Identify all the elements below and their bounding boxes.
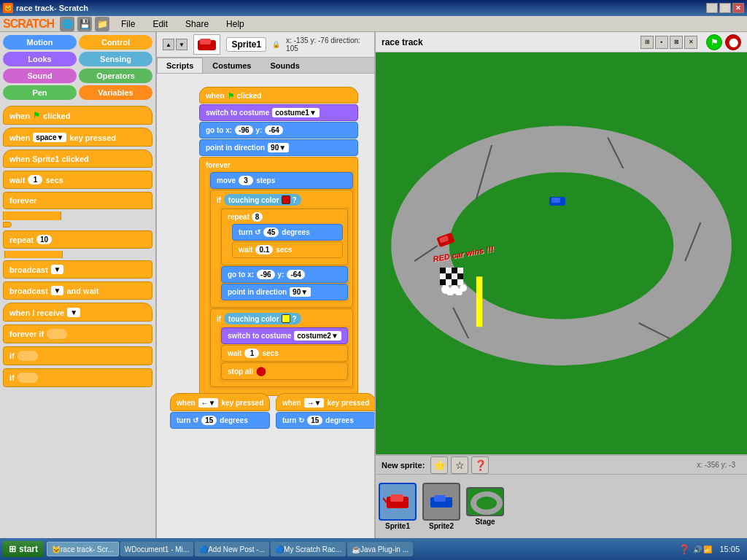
sb-turn-45[interactable]: turn ↺ 45 degrees — [232, 224, 343, 241]
cat-looks-btn[interactable]: Looks — [3, 52, 77, 66]
menu-items[interactable]: File Edit Share Help — [118, 18, 247, 31]
sprite-name-display: Sprite1 — [226, 37, 266, 52]
tab-scripts[interactable]: Scripts — [157, 58, 203, 73]
taskbar-java[interactable]: ☕ Java Plug-in ... — [347, 542, 413, 556]
sb-forever-label: forever — [203, 160, 355, 171]
cat-motion-btn[interactable]: Motion — [3, 35, 77, 50]
menu-icons[interactable]: 🌐 💾 📁 — [60, 17, 109, 31]
sb-go-to-xy1[interactable]: go to x: -96 y: -64 — [199, 122, 358, 139]
sb-turn-right-15[interactable]: turn ↻ 15 degrees — [276, 412, 374, 429]
sb-if2-footer — [214, 382, 349, 386]
stage-view-buttons[interactable]: ⊞ ▪ ⊠ ✕ — [640, 36, 697, 49]
camera-sprite-btn[interactable]: ❓ — [471, 456, 489, 474]
sb-switch-costume2[interactable]: switch to costume costume2▼ — [221, 327, 348, 344]
sprite2-thumb-box[interactable] — [422, 483, 460, 521]
svg-point-4 — [468, 214, 592, 307]
upload-sprite-btn[interactable]: ☆ — [451, 456, 468, 474]
sb-if-color1[interactable]: if touching color ? repeat 8 turn ↺ 45 d… — [210, 190, 353, 308]
cat-variables-btn[interactable]: Variables — [79, 85, 152, 100]
sb-forever-block[interactable]: forever move 3 steps if touching color ? — [199, 157, 358, 396]
block-when-sprite-clicked[interactable]: when Sprite1 clicked — [3, 149, 152, 168]
block-if-1[interactable]: if — [3, 346, 152, 365]
stage-view-normal[interactable]: ⊞ — [640, 36, 654, 49]
block-when-flag-clicked[interactable]: when⚑clicked — [3, 106, 152, 125]
close-button[interactable]: ✕ — [732, 3, 744, 13]
tab-sounds[interactable]: Sounds — [260, 58, 309, 73]
cat-control-btn[interactable]: Control — [79, 35, 152, 50]
sb-stop-all[interactable]: stop all ⬤ — [221, 362, 348, 380]
sb-point-direction1[interactable]: point in direction 90▼ — [199, 139, 358, 156]
menu-file[interactable]: File — [118, 18, 138, 31]
sprite-thumbnails[interactable]: Sprite1 Sprite2 — [376, 475, 747, 538]
sprite-nav-up[interactable]: ▲ — [163, 39, 174, 50]
block-broadcast[interactable]: broadcast▼ — [3, 260, 152, 279]
sb-switch-costume1[interactable]: switch to costume costume1▼ — [199, 104, 358, 121]
sb-turn-left-15[interactable]: turn ↺ 15 degrees — [170, 412, 270, 429]
sb-repeat8[interactable]: repeat 8 turn ↺ 45 degrees wait 0.1 secs — [221, 209, 348, 265]
sb-when-left-key[interactable]: when ←▼ key pressed — [170, 393, 270, 411]
sprite2-thumb-item[interactable]: Sprite2 — [422, 483, 460, 530]
script-tabs[interactable]: Scripts Costumes Sounds — [157, 58, 374, 74]
stage-view-extra[interactable]: ✕ — [684, 36, 697, 49]
stage-view-full[interactable]: ⊠ — [670, 36, 683, 49]
sprite-preview-svg — [194, 36, 220, 52]
taskbar-browser1-icon: 🔵 — [199, 545, 208, 553]
run-flag-button[interactable]: ⚑ — [706, 34, 722, 50]
new-sprite-buttons[interactable]: ⭐ ☆ ❓ — [430, 456, 489, 474]
block-when-receive[interactable]: when I receive▼ — [3, 303, 152, 322]
cat-pen-btn[interactable]: Pen — [3, 85, 77, 100]
sb-when-right-key[interactable]: when →▼ key pressed — [276, 393, 374, 411]
stage-view-small[interactable]: ▪ — [655, 36, 668, 49]
sprite1-thumb-item[interactable]: Sprite1 — [379, 483, 417, 530]
scripts-canvas[interactable]: when ⚑ clicked switch to costume costume… — [157, 74, 374, 538]
block-if-2[interactable]: if — [3, 368, 152, 387]
category-buttons[interactable]: Motion Control Looks Sensing Sound Opera… — [0, 32, 155, 103]
sb-wait-1[interactable]: wait 1 secs — [221, 345, 348, 362]
sprite1-thumb-box[interactable] — [379, 483, 417, 521]
block-when-key-pressed[interactable]: whenspace▼key pressed — [3, 128, 152, 147]
menu-share[interactable]: Share — [182, 18, 212, 31]
stage-controls[interactable]: ⊞ ▪ ⊠ ✕ ⚑ ⬤ — [640, 34, 741, 50]
stage-title: race track — [382, 37, 423, 47]
cat-sound-btn[interactable]: Sound — [3, 69, 77, 83]
maximize-button[interactable]: □ — [719, 3, 731, 13]
block-broadcast-and-wait[interactable]: broadcast▼and wait — [3, 281, 152, 300]
sb-point-direction2[interactable]: point in direction 90▼ — [221, 284, 348, 300]
block-repeat[interactable]: repeat10 — [3, 230, 152, 249]
sb-wait-01[interactable]: wait 0.1 secs — [232, 241, 343, 258]
minimize-button[interactable]: _ — [706, 3, 718, 13]
sprite-thumbnail — [193, 34, 220, 55]
taskbar-items[interactable]: 🐱 race track- Scr... W Document1 - Mi...… — [47, 542, 676, 556]
stage-thumb-box[interactable] — [466, 487, 504, 516]
taskbar-scratch[interactable]: 🐱 race track- Scr... — [47, 542, 119, 556]
block-forever[interactable]: forever — [3, 192, 152, 209]
taskbar-word[interactable]: W Document1 - Mi... — [120, 542, 193, 556]
cat-operators-btn[interactable]: Operators — [79, 69, 152, 83]
stop-button[interactable]: ⬤ — [725, 34, 741, 50]
save-icon[interactable]: 💾 — [77, 17, 92, 31]
cat-sensing-btn[interactable]: Sensing — [79, 52, 152, 66]
tray-help-icon[interactable]: ❓ — [678, 544, 690, 555]
globe-icon[interactable]: 🌐 — [60, 17, 74, 31]
folder-icon[interactable]: 📁 — [95, 17, 109, 31]
start-button[interactable]: ⊞ start — [3, 541, 44, 557]
title-bar-buttons[interactable]: _ □ ✕ — [706, 3, 744, 13]
sb-if1-footer — [214, 303, 349, 307]
sb-if-color2[interactable]: if touching color ? switch to costume co… — [210, 308, 353, 387]
sb-go-to-xy2[interactable]: go to x: -96 y: -64 — [221, 266, 348, 283]
sb-when-flag[interactable]: when ⚑ clicked — [199, 87, 358, 104]
svg-rect-20 — [440, 279, 446, 285]
taskbar-word-icon: W — [125, 545, 131, 553]
menu-help[interactable]: Help — [223, 18, 247, 31]
sb-move-steps[interactable]: move 3 steps — [210, 172, 353, 189]
taskbar-browser1[interactable]: 🔵 Add New Post -... — [195, 542, 269, 556]
taskbar-browser2[interactable]: 🔵 My Scratch Rac... — [271, 542, 346, 556]
sprite-nav-down[interactable]: ▼ — [176, 39, 187, 50]
sprite-lock-icon[interactable]: 🔒 — [272, 41, 280, 48]
paint-sprite-btn[interactable]: ⭐ — [430, 456, 448, 474]
tab-costumes[interactable]: Costumes — [203, 58, 260, 73]
stage-thumb-item[interactable]: Stage — [466, 487, 504, 526]
block-wait[interactable]: wait1secs — [3, 171, 152, 189]
menu-edit[interactable]: Edit — [150, 18, 171, 31]
block-forever-if[interactable]: forever if — [3, 324, 152, 343]
